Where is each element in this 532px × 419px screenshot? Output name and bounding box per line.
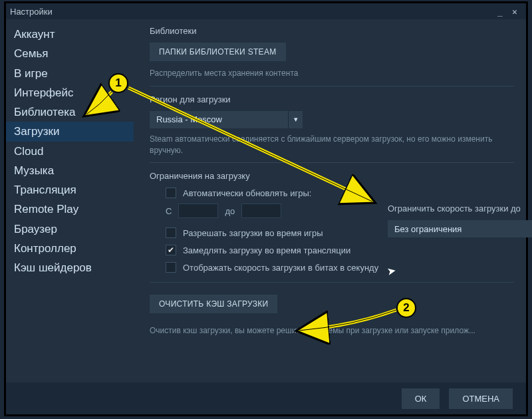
sidebar-item-controller[interactable]: Контроллер: [6, 239, 134, 258]
sidebar-item-shadercache[interactable]: Кэш шейдеров: [6, 258, 134, 277]
separator: [150, 282, 514, 283]
allow-during-play-checkbox[interactable]: [166, 227, 176, 238]
cancel-button[interactable]: ОТМЕНА: [449, 388, 513, 409]
library-folders-button[interactable]: ПАПКИ БИБЛИОТЕКИ STEAM: [150, 43, 286, 61]
close-button[interactable]: ✕: [507, 7, 522, 17]
restrict-speed-dropdown[interactable]: Без ограничения ▾: [388, 220, 532, 237]
time-to-input[interactable]: [241, 204, 281, 218]
time-from-label: С: [166, 206, 172, 216]
titlebar: Настройки _ ✕: [6, 3, 526, 19]
sidebar-item-family[interactable]: Семья: [6, 44, 134, 63]
throttle-stream-checkbox[interactable]: [166, 245, 176, 255]
settings-window: Настройки _ ✕ Аккаунт Семья В игре Интер…: [4, 1, 528, 416]
sidebar-item-library[interactable]: Библиотека: [6, 102, 134, 122]
chevron-down-icon: ▾: [288, 111, 303, 128]
limits-title: Ограничения на загрузку: [150, 171, 514, 181]
auto-update-checkbox[interactable]: [166, 188, 176, 198]
region-helper: Steam автоматически соединяется с ближай…: [150, 134, 495, 156]
dialog-footer: ОК ОТМЕНА: [6, 382, 526, 414]
annotation-badge-2: 2: [396, 298, 416, 318]
libraries-helper: Распределить места хранения контента: [150, 68, 514, 79]
sidebar-item-remoteplay[interactable]: Remote Play: [6, 200, 134, 219]
time-from-input[interactable]: [178, 204, 218, 218]
sidebar-item-account[interactable]: Аккаунт: [6, 25, 134, 44]
region-selected: Russia - Moscow: [150, 114, 288, 124]
sidebar-item-downloads[interactable]: Загрузки: [6, 122, 134, 141]
clear-cache-helper: Очистив кэш загрузки, вы можете решить п…: [150, 325, 514, 337]
sidebar-item-browser[interactable]: Браузер: [6, 219, 134, 239]
separator: [150, 162, 514, 163]
libraries-title: Библиотеки: [150, 26, 514, 36]
window-title: Настройки: [10, 7, 53, 17]
show-bits-label: Отображать скорость загрузки в битах в с…: [183, 263, 378, 273]
region-title: Регион для загрузки: [150, 94, 514, 104]
time-to-label: до: [225, 206, 235, 216]
annotation-badge-1: 1: [108, 73, 128, 93]
restrict-block: Ограничить скорость загрузки до Без огра…: [388, 204, 532, 243]
clear-cache-button[interactable]: ОЧИСТИТЬ КЭШ ЗАГРУЗКИ: [150, 295, 277, 313]
sidebar-item-broadcast[interactable]: Трансляция: [6, 180, 134, 200]
ok-button[interactable]: ОК: [402, 388, 440, 409]
show-bits-checkbox[interactable]: [166, 262, 176, 273]
sidebar-item-music[interactable]: Музыка: [6, 161, 134, 180]
restrict-speed-value: Без ограничения: [388, 224, 532, 234]
restrict-speed-label: Ограничить скорость загрузки до: [388, 204, 532, 213]
minimize-button[interactable]: _: [493, 7, 507, 17]
auto-update-label: Автоматически обновлять игры:: [183, 188, 311, 198]
allow-during-play-label: Разрешать загрузки во время игры: [183, 228, 323, 238]
sidebar-item-cloud[interactable]: Cloud: [6, 142, 134, 161]
region-dropdown[interactable]: Russia - Moscow ▾: [150, 111, 303, 128]
separator: [150, 86, 514, 86]
throttle-stream-label: Замедлять загрузку во время трансляции: [183, 245, 350, 255]
content-pane: Библиотеки ПАПКИ БИБЛИОТЕКИ STEAM Распре…: [134, 19, 526, 382]
